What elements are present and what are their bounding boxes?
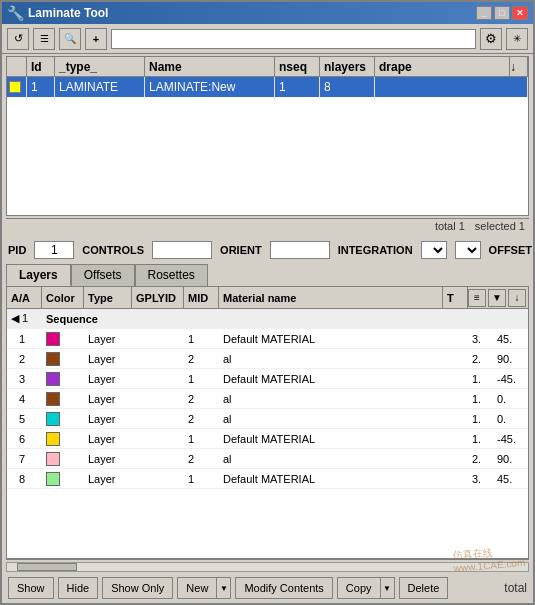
layer-material: Default MATERIAL <box>219 432 468 446</box>
controls-input[interactable] <box>152 241 212 259</box>
integration-dropdown[interactable] <box>421 241 447 259</box>
col-indicator <box>7 57 27 76</box>
filter-button[interactable]: ▼ <box>488 289 506 307</box>
search-input[interactable] <box>111 29 476 49</box>
seq-id: ◀ 1 <box>7 311 42 326</box>
col-drape: drape <box>375 57 510 76</box>
pid-label: PID <box>8 244 26 256</box>
status-bar: total 1 selected 1 <box>6 218 529 236</box>
window-title: Laminate Tool <box>28 6 108 20</box>
layer-row[interactable]: 3 Layer 1 Default MATERIAL 1. -45. <box>7 369 528 389</box>
layer-aa: 8 <box>7 472 42 486</box>
orient-input[interactable] <box>270 241 330 259</box>
col-material: Material name <box>219 287 443 308</box>
layer-color <box>42 351 84 367</box>
col-aa: A/A <box>7 287 42 308</box>
layer-aa: 7 <box>7 452 42 466</box>
layer-aa: 3 <box>7 372 42 386</box>
layers-panel: A/A Color Type GPLYID MID Material name … <box>6 286 529 559</box>
layer-aa: 5 <box>7 412 42 426</box>
new-button-group: New ▼ <box>177 577 231 599</box>
hide-button[interactable]: Hide <box>58 577 99 599</box>
layer-gplyid <box>132 438 184 440</box>
layer-row[interactable]: 7 Layer 2 al 2. 90. <box>7 449 528 469</box>
layer-t: 1. <box>468 392 493 406</box>
bottom-buttons: Show Hide Show Only New ▼ Modify Content… <box>2 573 533 603</box>
layer-row[interactable]: 8 Layer 1 Default MATERIAL 3. 45. <box>7 469 528 489</box>
cell-nseq: 1 <box>275 77 320 97</box>
layer-t: 1. <box>468 372 493 386</box>
delete-button[interactable]: Delete <box>399 577 449 599</box>
col-id: Id <box>27 57 55 76</box>
layer-angle: -45. <box>493 372 528 386</box>
col-gplyid: GPLYID <box>132 287 184 308</box>
color-swatch <box>46 452 60 466</box>
col-type: Type <box>84 287 132 308</box>
layer-material: Default MATERIAL <box>219 472 468 486</box>
add-button[interactable]: + <box>85 28 107 50</box>
toolbar: ↺ ☰ 🔍 + ⚙ ✳ <box>2 24 533 54</box>
refresh-button[interactable]: ↺ <box>7 28 29 50</box>
col-nlayers: nlayers <box>320 57 375 76</box>
sort-button[interactable]: ↓ <box>508 289 526 307</box>
layer-row[interactable]: 2 Layer 2 al 2. 90. <box>7 349 528 369</box>
close-button[interactable]: ✕ <box>512 6 528 20</box>
zoom-button[interactable]: 🔍 <box>59 28 81 50</box>
layer-row[interactable]: 4 Layer 2 al 1. 0. <box>7 389 528 409</box>
layer-gplyid <box>132 418 184 420</box>
tab-offsets[interactable]: Offsets <box>71 264 135 286</box>
col-action[interactable]: ↓ <box>510 57 528 76</box>
maximize-button[interactable]: □ <box>494 6 510 20</box>
color-swatch <box>46 332 60 346</box>
horizontal-scrollbar[interactable] <box>6 559 529 573</box>
col-type: _type_ <box>55 57 145 76</box>
layer-mid: 2 <box>184 352 219 366</box>
show-only-button[interactable]: Show Only <box>102 577 173 599</box>
pid-input[interactable] <box>34 241 74 259</box>
tab-rosettes[interactable]: Rosettes <box>135 264 208 286</box>
offset-label: OFFSET <box>489 244 532 256</box>
layer-row[interactable]: 1 Layer 1 Default MATERIAL 3. 45. <box>7 329 528 349</box>
layer-angle: 0. <box>493 392 528 406</box>
layer-color <box>42 451 84 467</box>
layer-row[interactable]: 6 Layer 1 Default MATERIAL 1. -45. <box>7 429 528 449</box>
layer-type: Layer <box>84 452 132 466</box>
copy-dropdown-arrow[interactable]: ▼ <box>381 577 395 599</box>
modify-contents-button[interactable]: Modify Contents <box>235 577 332 599</box>
show-button[interactable]: Show <box>8 577 54 599</box>
scroll-track[interactable] <box>6 562 529 572</box>
new-dropdown-arrow[interactable]: ▼ <box>217 577 231 599</box>
layer-row[interactable]: 5 Layer 2 al 1. 0. <box>7 409 528 429</box>
tabs-row: Layers Offsets Rosettes <box>6 264 529 286</box>
col-name: Name <box>145 57 275 76</box>
filter-button[interactable]: ✳ <box>506 28 528 50</box>
layer-color <box>42 411 84 427</box>
layer-t: 2. <box>468 352 493 366</box>
col-nseq: nseq <box>275 57 320 76</box>
layer-t: 1. <box>468 412 493 426</box>
layer-aa: 6 <box>7 432 42 446</box>
pid-section: PID CONTROLS ORIENT INTEGRATION OFFSET l… <box>2 236 533 264</box>
tabs-section: Layers Offsets Rosettes <box>2 264 533 286</box>
table-row[interactable]: 1 LAMINATE LAMINATE:New 1 8 <box>7 77 528 97</box>
layers-body: ◀ 1 Sequence 1 Layer 1 Default MATERIAL … <box>7 309 528 558</box>
layer-material: Default MATERIAL <box>219 372 468 386</box>
main-table-header: Id _type_ Name nseq nlayers drape ↓ <box>7 57 528 77</box>
tab-layers[interactable]: Layers <box>6 264 71 286</box>
type-dropdown[interactable] <box>455 241 481 259</box>
total-badge: total <box>504 581 527 595</box>
layer-angle: 0. <box>493 412 528 426</box>
list-button[interactable]: ☰ <box>33 28 55 50</box>
minimize-button[interactable]: _ <box>476 6 492 20</box>
total-label: total <box>504 581 527 595</box>
layer-color <box>42 391 84 407</box>
layer-type: Layer <box>84 372 132 386</box>
scroll-thumb[interactable] <box>17 563 77 571</box>
col-mid: MID <box>184 287 219 308</box>
new-button[interactable]: New <box>177 577 217 599</box>
layer-angle: 45. <box>493 332 528 346</box>
settings-button[interactable]: ⚙ <box>480 28 502 50</box>
copy-button[interactable]: Copy <box>337 577 381 599</box>
table-view-button[interactable]: ≡ <box>468 289 486 307</box>
layer-mid: 2 <box>184 412 219 426</box>
